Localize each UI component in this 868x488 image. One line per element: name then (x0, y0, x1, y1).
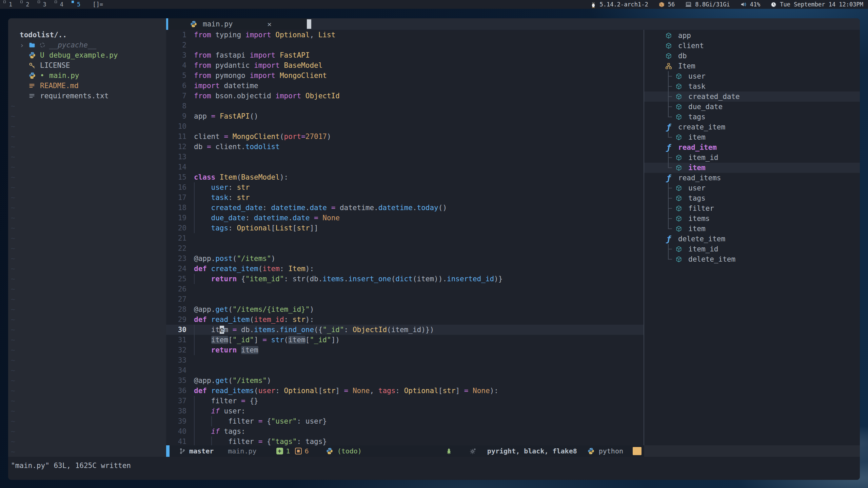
empty-line-tilde: ~ (8, 426, 166, 436)
code-line-13[interactable]: 13 (166, 152, 644, 162)
outline-item-tags[interactable]: tags (644, 112, 860, 122)
code-line-33[interactable]: 33 (166, 355, 644, 365)
code-line-30[interactable]: 30item = db.items.find_one({"_id": Objec… (166, 325, 644, 335)
clock-icon (770, 1, 777, 8)
outline-item-user[interactable]: user (644, 183, 860, 193)
outline-item-item_id[interactable]: item_id (644, 152, 860, 163)
code-line-4[interactable]: 4from pydantic import BaseModel (166, 60, 644, 70)
outline-item-tags[interactable]: tags (644, 193, 860, 203)
code-line-23[interactable]: 23@app.post("/items") (166, 253, 644, 264)
editor-window: todolist/.. ›__pycache__Udebug_example.p… (8, 18, 860, 480)
tab-main-py[interactable]: main.py × (166, 18, 307, 30)
outline-item-app[interactable]: app (644, 30, 860, 41)
outline-item-item_id[interactable]: item_id (644, 244, 860, 254)
code-line-12[interactable]: 12db = client.todolist (166, 142, 644, 152)
code-line-16[interactable]: 16user: str (166, 182, 644, 192)
code-line-39[interactable]: 39filter = {"user": user} (166, 416, 644, 426)
code-line-25[interactable]: 25return {"item_id": str(db.items.insert… (166, 274, 644, 284)
expand-arrow-icon: › (20, 41, 28, 49)
outline-item-read_item[interactable]: ƒread_item (644, 142, 860, 152)
outline-item-item[interactable]: item (644, 132, 860, 142)
variable-icon (665, 42, 673, 49)
tree-item-main.py[interactable]: •main.py (8, 70, 166, 81)
outline-item-label: user (688, 184, 706, 192)
tree-item-README.md[interactable]: README.md (8, 81, 166, 91)
code-line-15[interactable]: 15class Item(BaseModel): (166, 172, 644, 182)
empty-line-tilde: ~ (8, 335, 166, 345)
code-line-40[interactable]: 40if tags: (166, 426, 644, 436)
outline-item-delete_item[interactable]: ƒdelete_item (644, 234, 860, 244)
code-line-18[interactable]: 18created_date: datetime.date = datetime… (166, 203, 644, 213)
code-line-7[interactable]: 7from bson.objectid import ObjectId (166, 91, 644, 101)
python-icon (326, 447, 333, 455)
package-icon (658, 1, 665, 8)
outline-item-due_date[interactable]: due_date (644, 102, 860, 112)
code-line-2[interactable]: 2 (166, 40, 644, 50)
code-line-28[interactable]: 28@app.get("/items/{item_id}") (166, 304, 644, 314)
code-line-3[interactable]: 3from fastapi import FastAPI (166, 50, 644, 60)
outline-item-create_item[interactable]: ƒcreate_item (644, 122, 860, 132)
workspace-2[interactable]: 2 (20, 0, 29, 9)
code-line-9[interactable]: 9app = FastAPI() (166, 111, 644, 121)
code-line-11[interactable]: 11client = MongoClient(port=27017) (166, 131, 644, 142)
code-line-27[interactable]: 27 (166, 294, 644, 304)
code-line-10[interactable]: 10 (166, 121, 644, 131)
outline-item-user[interactable]: user (644, 71, 860, 81)
code-line-20[interactable]: 20tags: Optional[List[str]] (166, 223, 644, 233)
outline-item-Item[interactable]: Item (644, 61, 860, 71)
outline-item-task[interactable]: task (644, 81, 860, 92)
code-line-29[interactable]: 29def read_item(item_id: str): (166, 314, 644, 325)
outline-item-created_date[interactable]: created_date (644, 92, 860, 102)
tree-item-__pycache__[interactable]: ›__pycache__ (8, 40, 166, 50)
code-line-41[interactable]: 41filter = {"tags": tags} (166, 436, 644, 445)
empty-line-tilde: ~ (8, 142, 166, 152)
tree-item-LICENSE[interactable]: LICENSE (8, 60, 166, 70)
python-icon (28, 52, 37, 59)
line-number: 35 (166, 375, 194, 386)
code-line-24[interactable]: 24def create_item(item: Item): (166, 264, 644, 274)
code-line-5[interactable]: 5from pymongo import MongoClient (166, 70, 644, 81)
symbols-outline-panel[interactable]: appclientdbItemusertaskcreated_datedue_d… (644, 30, 860, 445)
code-line-19[interactable]: 19due_date: datetime.date = None (166, 213, 644, 223)
outline-item-filter[interactable]: filter (644, 203, 860, 214)
outline-item-item[interactable]: item (644, 224, 860, 234)
file-tree-panel[interactable]: todolist/.. ›__pycache__Udebug_example.p… (8, 18, 166, 457)
tree-item-debug_example.py[interactable]: Udebug_example.py (8, 50, 166, 60)
outline-item-item[interactable]: item (644, 163, 860, 173)
code-line-14[interactable]: 14 (166, 162, 644, 172)
outline-item-read_items[interactable]: ƒread_items (644, 173, 860, 183)
code-line-1[interactable]: 1from typing import Optional, List (166, 30, 644, 40)
code-line-text: from bson.objectid import ObjectId (194, 91, 340, 101)
code-line-36[interactable]: 36def read_items(user: Optional[str] = N… (166, 386, 644, 396)
outline-item-label: tags (688, 113, 706, 121)
outline-item-delete_item[interactable]: delete_item (644, 254, 860, 264)
outline-item-items[interactable]: items (644, 214, 860, 224)
code-line-8[interactable]: 8 (166, 101, 644, 111)
code-line-31[interactable]: 31item["_id"] = str(item["_id"]) (166, 335, 644, 345)
workspace-5[interactable]: 5 (72, 0, 80, 9)
workspace-4[interactable]: 4 (55, 0, 63, 9)
command-line[interactable]: "main.py" 63L, 1625C written (8, 457, 860, 480)
code-line-38[interactable]: 38if user: (166, 406, 644, 416)
folder-icon (28, 42, 37, 48)
outline-item-db[interactable]: db (644, 51, 860, 61)
code-line-26[interactable]: 26 (166, 284, 644, 294)
workspace-1[interactable]: 1 (3, 0, 12, 9)
code-line-32[interactable]: 32return item (166, 345, 644, 355)
outline-item-client[interactable]: client (644, 41, 860, 51)
code-line-22[interactable]: 22 (166, 243, 644, 253)
tab-close-icon[interactable]: × (267, 20, 272, 28)
code-line-17[interactable]: 17task: str (166, 192, 644, 203)
line-number: 2 (166, 40, 194, 50)
code-line-35[interactable]: 35@app.get("/items") (166, 375, 644, 386)
code-line-37[interactable]: 37filter = {} (166, 396, 644, 406)
line-number: 6 (166, 81, 194, 91)
code-editor[interactable]: 1from typing import Optional, List23from… (166, 30, 644, 445)
outline-item-label: Item (678, 62, 695, 70)
tree-item-requirements.txt[interactable]: requirements.txt (8, 91, 166, 101)
tree-connector (665, 152, 674, 163)
code-line-21[interactable]: 21 (166, 233, 644, 243)
code-line-34[interactable]: 34 (166, 365, 644, 375)
code-line-6[interactable]: 6import datetime (166, 81, 644, 91)
workspace-3[interactable]: 3 (38, 0, 46, 9)
